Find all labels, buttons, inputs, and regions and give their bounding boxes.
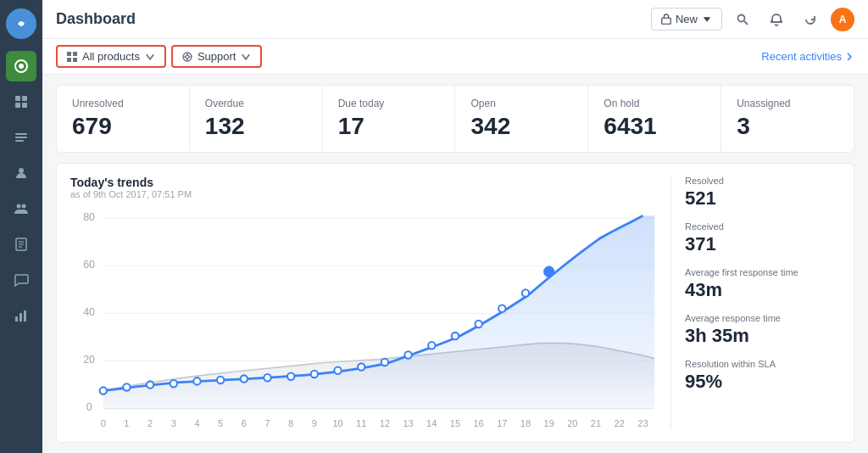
metric-avg-first-response: Average first response time 43m — [685, 267, 840, 301]
svg-text:2: 2 — [147, 418, 153, 428]
metric-value-avg-response: 3h 35m — [685, 325, 840, 347]
svg-text:12: 12 — [380, 418, 390, 428]
chart-title: Today's trends — [70, 176, 657, 189]
metric-value-avg-first-response: 43m — [685, 279, 840, 301]
sidebar-item-tickets[interactable] — [6, 122, 36, 153]
main-content: Dashboard New — [42, 0, 868, 453]
stat-value-unassigned: 3 — [737, 113, 838, 140]
sidebar-item-groups[interactable] — [6, 193, 36, 224]
stat-value-on-hold: 6431 — [604, 113, 705, 140]
sidebar-item-knowledge[interactable] — [6, 229, 36, 260]
all-products-filter[interactable]: All products — [56, 45, 166, 68]
app-logo[interactable] — [6, 8, 36, 39]
metric-avg-response: Average response time 3h 35m — [685, 313, 840, 347]
svg-text:0: 0 — [101, 418, 106, 428]
svg-rect-23 — [67, 52, 71, 56]
stat-unassigned[interactable]: Unassigned 3 — [721, 86, 854, 152]
stat-label-open: Open — [470, 98, 572, 109]
sidebar-item-users[interactable] — [6, 158, 36, 188]
metric-label-received: Received — [685, 221, 840, 232]
svg-point-10 — [19, 168, 24, 173]
svg-rect-6 — [22, 103, 27, 108]
svg-text:7: 7 — [264, 418, 270, 428]
sidebar — [0, 0, 42, 453]
svg-point-44 — [123, 383, 130, 390]
svg-point-62 — [544, 267, 554, 277]
stat-on-hold[interactable]: On hold 6431 — [588, 86, 721, 152]
user-avatar[interactable]: A — [831, 8, 854, 31]
dropdown-icon-2 — [240, 51, 252, 63]
stat-label-unresolved: Unresolved — [72, 98, 174, 109]
svg-rect-24 — [73, 52, 77, 56]
stat-overdue[interactable]: Overdue 132 — [190, 86, 323, 152]
svg-point-47 — [193, 378, 200, 384]
metric-value-resolution-sla: 95% — [685, 371, 840, 393]
svg-point-55 — [381, 359, 388, 366]
recent-activities-link[interactable]: Recent activities — [761, 50, 854, 63]
svg-point-57 — [428, 342, 435, 349]
svg-point-54 — [358, 363, 364, 370]
stats-row: Unresolved 679 Overdue 132 Due today 17 … — [56, 85, 854, 153]
svg-point-60 — [498, 305, 505, 312]
svg-text:21: 21 — [591, 418, 601, 428]
sidebar-item-dashboard[interactable] — [6, 87, 36, 117]
svg-text:16: 16 — [473, 418, 483, 428]
svg-rect-4 — [22, 96, 27, 101]
stat-unresolved[interactable]: Unresolved 679 — [57, 86, 190, 152]
support-icon — [181, 51, 193, 63]
stat-label-on-hold: On hold — [604, 98, 705, 109]
svg-point-21 — [738, 14, 745, 21]
svg-text:11: 11 — [356, 418, 366, 428]
stat-label-due-today: Due today — [338, 98, 440, 109]
metric-resolution-sla: Resolution within SLA 95% — [685, 359, 840, 393]
search-button[interactable] — [729, 6, 756, 33]
search-icon — [736, 13, 749, 26]
chevron-down-icon — [701, 14, 713, 25]
support-filter[interactable]: Support — [171, 45, 263, 68]
svg-point-61 — [522, 289, 529, 296]
stat-label-overdue: Overdue — [205, 98, 307, 109]
svg-text:10: 10 — [332, 418, 342, 428]
filterbar: All products Support — [42, 39, 868, 75]
sidebar-item-home[interactable] — [6, 51, 36, 81]
sidebar-item-analytics[interactable] — [6, 300, 36, 331]
new-button[interactable]: New — [651, 8, 722, 31]
svg-rect-3 — [15, 96, 20, 101]
svg-point-53 — [334, 367, 341, 374]
svg-text:20: 20 — [83, 354, 95, 366]
page-title: Dashboard — [56, 10, 136, 28]
svg-text:3: 3 — [171, 418, 176, 428]
svg-text:40: 40 — [83, 306, 95, 318]
svg-text:9: 9 — [312, 418, 317, 428]
dropdown-icon — [144, 51, 156, 63]
svg-text:23: 23 — [637, 418, 648, 428]
svg-rect-20 — [662, 18, 671, 24]
chart-section: Today's trends as of 9th Oct 2017, 07:51… — [56, 163, 854, 443]
svg-point-46 — [170, 380, 177, 387]
svg-point-11 — [17, 204, 21, 209]
svg-point-45 — [147, 381, 153, 388]
svg-rect-25 — [67, 58, 71, 62]
sidebar-item-chat[interactable] — [6, 265, 36, 295]
svg-text:1: 1 — [124, 418, 129, 428]
notifications-button[interactable] — [763, 6, 790, 33]
svg-rect-26 — [73, 58, 77, 62]
stat-open[interactable]: Open 342 — [455, 86, 588, 152]
svg-text:19: 19 — [544, 418, 554, 428]
svg-point-2 — [19, 64, 24, 69]
bell-icon — [770, 13, 783, 26]
svg-point-56 — [404, 351, 411, 358]
chart-container: 80 60 40 20 0 — [70, 206, 657, 443]
metric-value-received: 371 — [685, 233, 840, 255]
svg-line-22 — [744, 21, 748, 25]
svg-point-58 — [452, 333, 459, 339]
refresh-button[interactable] — [797, 6, 824, 33]
stat-due-today[interactable]: Due today 17 — [323, 86, 456, 152]
svg-text:22: 22 — [615, 418, 625, 428]
refresh-icon — [804, 13, 817, 26]
ticket-icon — [660, 14, 672, 25]
svg-text:0: 0 — [86, 401, 92, 413]
filter-group: All products Support — [56, 45, 262, 68]
svg-point-49 — [241, 375, 248, 382]
svg-text:60: 60 — [83, 259, 95, 271]
